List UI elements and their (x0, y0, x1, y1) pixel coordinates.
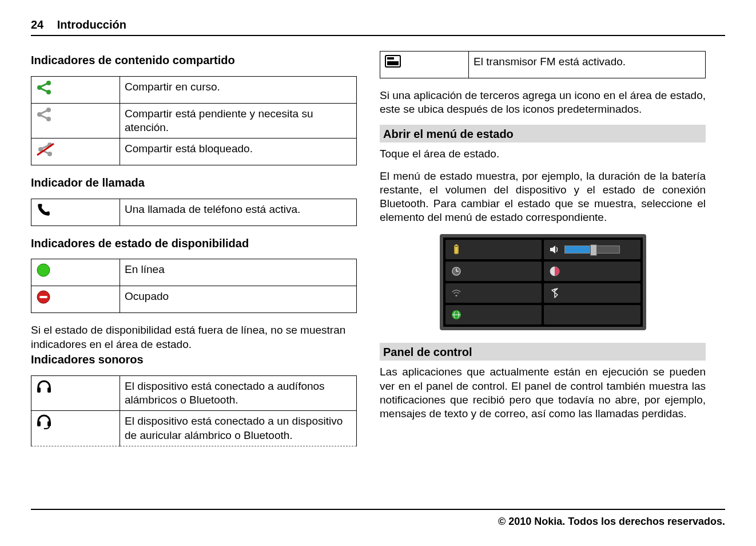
svg-rect-20 (47, 387, 51, 393)
svg-rect-21 (37, 421, 41, 426)
control-panel-body: Las aplicaciones que actualmente están e… (380, 365, 706, 421)
svg-point-35 (455, 295, 457, 296)
svg-rect-25 (387, 57, 394, 60)
share-inprogress-text: Compartir en curso. (120, 76, 357, 103)
presence-offline-note: Si el estado de disponibilidad está fuer… (31, 323, 357, 351)
page-number: 24 (31, 18, 43, 31)
status-profile-cell (544, 262, 640, 281)
svg-rect-9 (39, 114, 49, 120)
call-active-text: Una llamada de teléfono está activa. (120, 199, 357, 225)
headphones-text: El dispositivo está conectado a audífono… (120, 375, 357, 411)
left-column: Indicadores de contenido compartido Comp… (31, 49, 357, 446)
status-bluetooth-cell (544, 283, 640, 303)
open-status-menu-text: Toque el área de estado. (380, 147, 706, 161)
presence-title: Indicadores de estado de disponibilidad (31, 236, 357, 251)
svg-marker-30 (550, 246, 555, 254)
svg-rect-3 (39, 82, 49, 88)
document-page: 24 Introducción Indicadores de contenido… (0, 0, 756, 546)
svg-rect-4 (39, 87, 49, 93)
open-status-menu-title: Abrir el menú de estado (380, 125, 706, 143)
fm-transmitter-icon (380, 52, 469, 78)
svg-rect-8 (39, 109, 49, 114)
chapter-title: Introducción (57, 18, 126, 31)
status-presence-cell (445, 305, 542, 325)
fm-transmitter-text: El transmisor FM está activado. (469, 52, 706, 78)
presence-busy-text: Ocupado (120, 286, 357, 313)
presence-online-icon (31, 259, 120, 286)
share-blocked-text: Compartir está bloqueado. (120, 139, 357, 165)
share-inprogress-icon (31, 76, 120, 103)
share-blocked-icon (31, 139, 120, 165)
control-panel-title: Panel de control (380, 343, 706, 361)
page-header: 24 Introducción (31, 18, 725, 36)
headphones-icon (31, 375, 120, 411)
status-clock-cell (445, 262, 542, 281)
copyright-text: © 2010 Nokia. Todos los derechos reserva… (498, 516, 725, 527)
svg-rect-18 (39, 296, 47, 298)
svg-rect-26 (387, 61, 399, 65)
shared-indicators-title: Indicadores de contenido compartido (31, 53, 357, 68)
page-footer: © 2010 Nokia. Todos los derechos reserva… (31, 509, 725, 528)
shared-indicators-table: Compartir en curso. Compartir está pendi… (31, 76, 357, 166)
fm-table: El transmisor FM está activado. (380, 51, 706, 78)
status-menu-body: El menú de estado muestra, por ejemplo, … (380, 169, 706, 225)
call-active-icon (31, 199, 120, 225)
svg-rect-19 (37, 387, 41, 393)
status-wifi-cell (445, 283, 542, 303)
svg-point-16 (37, 264, 50, 276)
status-empty-cell (544, 305, 640, 325)
third-party-note: Si una aplicación de terceros agrega un … (380, 89, 706, 117)
status-battery-cell (445, 240, 542, 259)
presence-busy-icon (31, 286, 120, 313)
status-menu-screenshot (380, 234, 706, 330)
share-pending-icon (31, 103, 120, 139)
share-pending-text: Compartir está pendiente y necesita su a… (120, 103, 357, 139)
audio-indicators-title: Indicadores sonoros (31, 353, 357, 367)
right-column: El transmisor FM está activado. Si una a… (380, 49, 706, 446)
svg-rect-22 (47, 421, 51, 426)
headset-text: El dispositivo está conectado a un dispo… (120, 411, 357, 446)
svg-point-23 (44, 428, 46, 429)
presence-online-text: En línea (120, 259, 357, 286)
content-columns: Indicadores de contenido compartido Comp… (31, 49, 725, 446)
presence-table: En línea Ocupado (31, 259, 357, 313)
status-volume-cell (544, 240, 640, 259)
svg-rect-28 (455, 247, 457, 253)
svg-rect-29 (455, 244, 457, 246)
audio-indicators-table: El dispositivo está conectado a audífono… (31, 375, 357, 446)
call-indicator-table: Una llamada de teléfono está activa. (31, 199, 357, 226)
headset-icon (31, 411, 120, 446)
call-indicator-title: Indicador de llamada (31, 176, 357, 191)
